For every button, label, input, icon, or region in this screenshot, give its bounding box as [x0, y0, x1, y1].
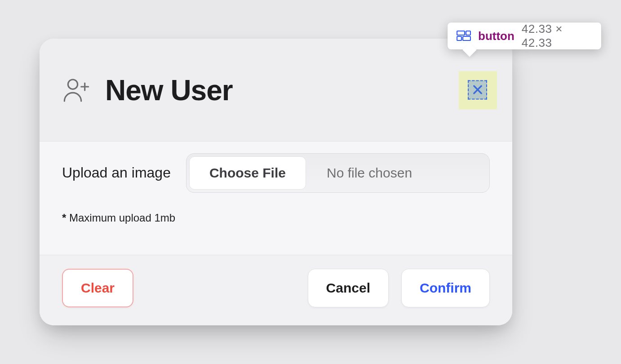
hint-text: Maximum upload 1mb: [66, 212, 175, 224]
new-user-dialog: New User Upload an image Choose File No …: [40, 39, 512, 325]
file-input[interactable]: Choose File No file chosen: [186, 153, 490, 193]
add-user-icon: [62, 76, 91, 105]
upload-label: Upload an image: [62, 164, 171, 181]
confirm-button[interactable]: Confirm: [401, 269, 490, 307]
flex-icon: [457, 30, 471, 42]
dialog-body: Upload an image Choose File No file chos…: [40, 141, 512, 255]
upload-row: Upload an image Choose File No file chos…: [62, 153, 490, 193]
close-button[interactable]: [468, 80, 487, 99]
upload-hint: * Maximum upload 1mb: [62, 212, 490, 224]
dialog-footer: Clear Cancel Confirm: [40, 255, 512, 325]
svg-point-0: [68, 80, 77, 89]
devtools-tooltip: button 42.33 × 42.33: [448, 22, 601, 49]
dialog-header: New User: [40, 39, 512, 141]
tooltip-dimensions: 42.33 × 42.33: [522, 22, 592, 50]
svg-rect-7: [457, 36, 461, 40]
tooltip-tag: button: [478, 29, 515, 43]
svg-rect-8: [463, 36, 470, 40]
cancel-button[interactable]: Cancel: [308, 269, 389, 307]
clear-button[interactable]: Clear: [62, 269, 133, 307]
hint-asterisk: *: [62, 212, 66, 224]
svg-rect-6: [466, 31, 470, 35]
dialog-title: New User: [105, 76, 233, 105]
svg-rect-5: [457, 31, 465, 35]
file-status: No file chosen: [309, 154, 489, 192]
choose-file-button[interactable]: Choose File: [189, 156, 306, 190]
